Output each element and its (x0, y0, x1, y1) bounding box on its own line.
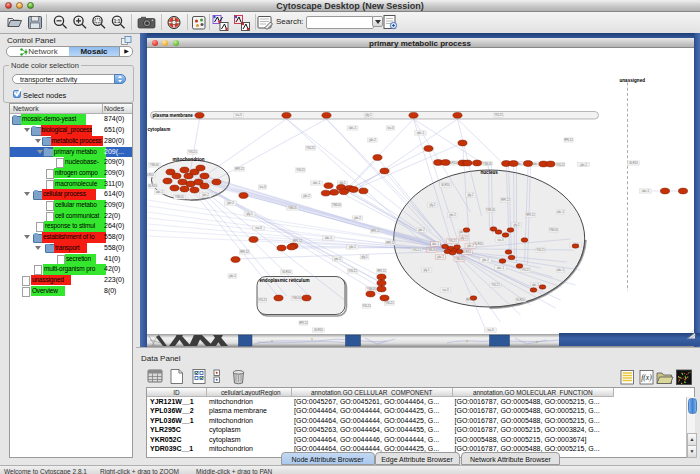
svg-text:RPL12: RPL12 (377, 269, 386, 273)
svg-text:GLR10: GLR10 (441, 183, 450, 187)
svg-text:tca-3: tca-3 (255, 226, 262, 230)
svg-text:GLR10: GLR10 (629, 161, 638, 165)
svg-text:YKL21: YKL21 (258, 298, 267, 302)
svg-text:YKL21: YKL21 (362, 304, 371, 308)
svg-text:RPL12: RPL12 (299, 321, 308, 325)
svg-text:abc-1: abc-1 (417, 131, 424, 135)
svg-text:ybr-2: ybr-2 (449, 213, 456, 217)
svg-text:YKL21: YKL21 (521, 268, 530, 272)
svg-text:abc-1: abc-1 (349, 126, 356, 130)
svg-text:YKL21: YKL21 (296, 168, 305, 172)
svg-text:ybr-2: ybr-2 (418, 228, 425, 232)
svg-text:1:1: 1:1 (114, 19, 121, 24)
svg-text:abc-1: abc-1 (313, 181, 320, 185)
svg-text:abc-1: abc-1 (557, 268, 564, 272)
svg-text:yfg-1: yfg-1 (460, 236, 467, 240)
svg-text:GLR10: GLR10 (516, 298, 525, 302)
svg-text:tca-3: tca-3 (487, 328, 494, 332)
svg-text:ybr-2: ybr-2 (229, 274, 236, 278)
svg-text:YML05: YML05 (455, 257, 464, 261)
svg-text:ybr-2: ybr-2 (303, 194, 310, 198)
svg-text:RPL12: RPL12 (526, 213, 535, 217)
svg-text:abc-1: abc-1 (156, 190, 163, 194)
svg-text:unassigned: unassigned (619, 78, 645, 83)
svg-text:mitochondrion: mitochondrion (172, 157, 204, 162)
svg-text:RPL12: RPL12 (293, 239, 302, 243)
svg-text:ybr-2: ybr-2 (349, 245, 356, 249)
svg-text:ybr-2: ybr-2 (202, 193, 209, 197)
svg-text:RPL12: RPL12 (235, 167, 244, 171)
svg-text:ybr-2: ybr-2 (482, 258, 489, 262)
svg-text:ybr-2: ybr-2 (227, 201, 234, 205)
svg-text:ybr-2: ybr-2 (334, 257, 341, 261)
svg-text:yfg-1: yfg-1 (429, 203, 436, 207)
svg-text:tca-3: tca-3 (259, 185, 266, 189)
svg-text:YKL21: YKL21 (556, 163, 565, 167)
svg-text:GLR10: GLR10 (462, 250, 471, 254)
svg-text:YKL21: YKL21 (491, 283, 500, 287)
svg-text:tca-3: tca-3 (442, 288, 449, 292)
svg-text:GLR10: GLR10 (148, 184, 157, 188)
svg-text:YML05: YML05 (549, 228, 558, 232)
svg-text:yfg-1: yfg-1 (423, 268, 430, 272)
svg-text:RPL12: RPL12 (564, 138, 573, 142)
svg-text:YML05: YML05 (486, 208, 495, 212)
svg-text:RPL12: RPL12 (386, 241, 395, 245)
svg-text:YML05: YML05 (175, 195, 184, 199)
svg-text:yfg-1: yfg-1 (246, 212, 253, 216)
svg-text:YKL21: YKL21 (385, 301, 394, 305)
svg-text:GLR10: GLR10 (147, 173, 154, 177)
svg-text:tca-3: tca-3 (235, 113, 242, 117)
svg-text:ybr-2: ybr-2 (369, 138, 376, 142)
svg-text:RPL12: RPL12 (371, 229, 380, 233)
svg-text:YML05: YML05 (367, 287, 376, 291)
svg-text:abc-1: abc-1 (325, 236, 332, 240)
svg-text:abc-1: abc-1 (642, 189, 649, 193)
svg-text:YKL21: YKL21 (494, 113, 503, 117)
svg-text:tca-3: tca-3 (497, 238, 504, 242)
svg-text:yfg-1: yfg-1 (365, 113, 372, 117)
svg-text:ybr-2: ybr-2 (354, 216, 361, 220)
svg-text:YML05: YML05 (427, 248, 436, 252)
svg-text:GLR10: GLR10 (282, 270, 291, 274)
svg-text:YKL21: YKL21 (448, 239, 457, 243)
svg-text:YML05: YML05 (150, 163, 159, 167)
svg-text:plasma membrane: plasma membrane (152, 113, 193, 118)
svg-text:yfg-1: yfg-1 (513, 223, 520, 227)
svg-text:YKL21: YKL21 (348, 269, 357, 273)
svg-text:YML05: YML05 (483, 162, 492, 166)
svg-text:YKL21: YKL21 (536, 248, 545, 252)
svg-text:abc-1: abc-1 (432, 242, 439, 246)
svg-text:YKL21: YKL21 (188, 150, 197, 154)
svg-text:ybr-2: ybr-2 (437, 255, 444, 259)
svg-text:GLR10: GLR10 (314, 328, 323, 332)
svg-text:yfg-1: yfg-1 (467, 193, 474, 197)
svg-text:RPL12: RPL12 (240, 250, 249, 254)
svg-text:YML05: YML05 (288, 206, 297, 210)
svg-text:YML05: YML05 (332, 203, 341, 207)
svg-text:abc-1: abc-1 (497, 266, 504, 270)
svg-text:YKL21: YKL21 (412, 248, 421, 252)
svg-text:RPL12: RPL12 (501, 198, 510, 202)
svg-text:ybr-2: ybr-2 (467, 244, 474, 248)
svg-text:yfg-1: yfg-1 (361, 255, 368, 259)
svg-text:abc-1: abc-1 (532, 283, 539, 287)
svg-text:cytoplasm: cytoplasm (147, 127, 170, 132)
svg-text:ybr-2: ybr-2 (580, 163, 587, 167)
svg-text:endoplasmic reticulum: endoplasmic reticulum (259, 278, 309, 283)
svg-text:tca-3: tca-3 (387, 126, 394, 130)
svg-text:f(x): f(x) (641, 373, 652, 382)
svg-text:YKL21: YKL21 (306, 146, 315, 150)
svg-text:YML05: YML05 (292, 296, 301, 300)
svg-text:nucleus: nucleus (480, 170, 498, 175)
svg-text:abc-1: abc-1 (557, 210, 564, 214)
